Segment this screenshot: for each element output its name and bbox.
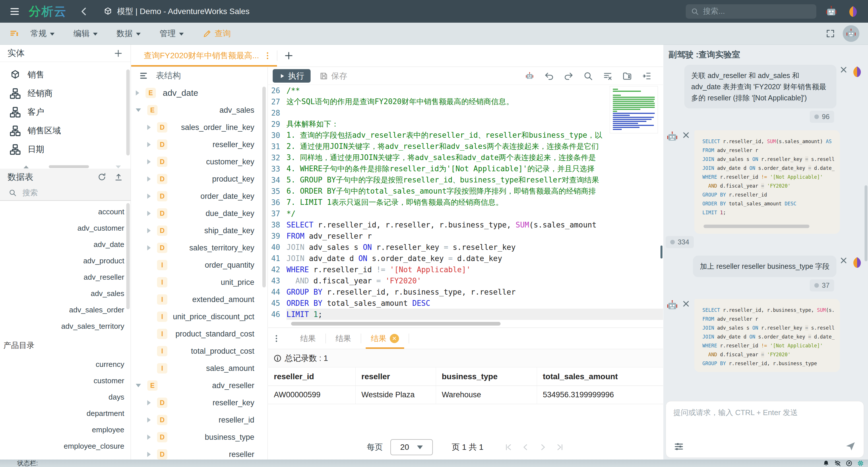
result-tab-1[interactable]: 结果 (326, 328, 361, 349)
editor-line-26[interactable]: 26/** (268, 85, 663, 96)
result-tab-2[interactable]: 结果✕ (361, 328, 409, 349)
tree-node-ship_date_key[interactable]: Dship_date_key (131, 222, 268, 239)
tree-node-sales_order_line_key[interactable]: Dsales_order_line_key (131, 119, 268, 136)
close-tab-icon[interactable]: ✕ (390, 334, 399, 343)
close-icon[interactable] (682, 299, 690, 308)
chevron-right-icon[interactable] (147, 211, 151, 216)
chevron-right-icon[interactable] (147, 228, 151, 233)
chevron-right-icon[interactable] (147, 245, 151, 251)
table-item[interactable]: adv_date (0, 236, 131, 253)
editor-line-38[interactable]: 38SELECT r.reseller_id, r.reseller, r.bu… (268, 219, 663, 230)
editor-line-41[interactable]: 41JOIN adv_date d ON s.order_date_key = … (268, 253, 663, 264)
editor-line-30[interactable]: 301. 查询的字段包括adv_reseller表中的reseller_id、r… (268, 130, 663, 141)
chevron-right-icon[interactable] (147, 142, 151, 147)
upload-icon[interactable] (114, 172, 123, 181)
entities-hscroll[interactable] (3, 165, 128, 169)
tree-node-adv_reseller[interactable]: Eadv_reseller (131, 377, 268, 394)
orange-list-icon[interactable] (9, 29, 20, 38)
chevron-right-icon[interactable] (147, 418, 151, 423)
table-item[interactable]: currency (0, 356, 131, 373)
editor-line-36[interactable]: 367. LIMIT 1表示只返回一条记录，即销售额最高的经销商信息。 (268, 197, 663, 208)
chevron-right-icon[interactable] (147, 400, 151, 405)
snippets-folder-icon[interactable] (622, 71, 632, 81)
chevron-down-icon[interactable] (136, 384, 141, 387)
tree-node-business_type[interactable]: Dbusiness_type (131, 429, 268, 446)
editor-line-27[interactable]: 27这个SQL语句的作用是查询FY2020财年中销售额最高的经销商信息。 (268, 96, 663, 107)
prev-page-icon[interactable] (521, 443, 530, 452)
menu-item-3[interactable]: 管理 (160, 28, 184, 39)
bell-icon[interactable] (823, 460, 830, 467)
result-tab-0[interactable]: 结果 (290, 328, 326, 349)
editor-line-33[interactable]: 334. WHERE子句中的条件是排除reseller_id为'[Not App… (268, 163, 663, 174)
chevron-right-icon[interactable] (147, 435, 151, 440)
chevron-right-icon[interactable] (147, 452, 151, 457)
table-item[interactable]: employee_closure (0, 438, 131, 455)
tree-node-reseller_key[interactable]: Dreseller_key (131, 136, 268, 153)
add-entity-button[interactable] (113, 48, 123, 58)
tree-node-reseller[interactable]: Dreseller (131, 446, 268, 460)
tree-node-sales_amount[interactable]: Isales_amount (131, 360, 268, 377)
table-item[interactable]: adv_customer (0, 220, 131, 236)
tables-scrollbar[interactable] (126, 203, 130, 309)
editor-line-42[interactable]: 42WHERE r.reseller_id != '[Not Applicabl… (268, 264, 663, 275)
results-more-icon[interactable] (272, 334, 281, 343)
table-item[interactable]: account (0, 204, 131, 220)
clear-format-icon[interactable] (603, 71, 613, 81)
redo-icon[interactable] (564, 71, 574, 81)
chevron-right-icon[interactable] (147, 159, 151, 164)
tree-node-unit_price_discount_pct[interactable]: Iunit_price_discount_pct (131, 308, 268, 325)
undo-icon[interactable] (544, 71, 554, 81)
tree-node-adv_sales[interactable]: Eadv_sales (131, 102, 268, 119)
global-search[interactable] (686, 4, 816, 19)
chat-input[interactable]: 提问或请求，输入 CTRL + Enter 发送 (665, 401, 864, 458)
sidebar-entity-2[interactable]: 客户 (0, 103, 131, 121)
chevron-right-icon[interactable] (147, 194, 151, 199)
table-search-input[interactable] (22, 189, 108, 197)
tree-node-customer_key[interactable]: Dcustomer_key (131, 153, 268, 170)
editor-line-34[interactable]: 345. GROUP BY子句中的字段是按照reseller_id、busine… (268, 174, 663, 186)
fullscreen-icon[interactable] (826, 29, 835, 38)
tree-node-order_date_key[interactable]: Dorder_date_key (131, 188, 268, 205)
run-button[interactable]: 执行 (273, 69, 311, 82)
editor-minimap[interactable] (610, 86, 658, 133)
save-button[interactable]: 保存 (319, 71, 347, 81)
global-search-input[interactable] (703, 7, 806, 16)
editor-hscrollbar[interactable] (291, 322, 501, 326)
chat-options-icon[interactable] (673, 441, 684, 452)
editor-line-31[interactable]: 312. 通过使用JOIN关键字，将adv_reseller和adv_sales… (268, 141, 663, 152)
table-item[interactable]: employee (0, 422, 131, 438)
table-item[interactable]: adv_product (0, 253, 131, 269)
chevron-right-icon[interactable] (147, 125, 151, 130)
layers-off-icon[interactable] (834, 460, 841, 467)
sql-code-area[interactable]: 26/**27这个SQL语句的作用是查询FY2020财年中销售额最高的经销商信息… (268, 85, 663, 328)
editor-line-35[interactable]: 356. ORDER BY子句中的total_sales_amount字段按照降… (268, 186, 663, 197)
new-tab-button[interactable] (284, 51, 294, 61)
tree-node-extended_amount[interactable]: Iextended_amount (131, 291, 268, 308)
table-item[interactable]: adv_sales_order (0, 302, 131, 318)
refresh-icon[interactable] (97, 172, 106, 181)
close-icon[interactable] (839, 256, 848, 265)
table-item[interactable]: adv_sales_territory (0, 318, 131, 334)
first-page-icon[interactable] (504, 443, 513, 452)
editor-line-46[interactable]: 46LIMIT 1; (268, 309, 663, 320)
scroll-up-arrow-icon[interactable] (24, 166, 29, 168)
share-circle-icon[interactable] (846, 460, 852, 467)
column-header[interactable]: reseller_id (268, 367, 355, 386)
tab-more-icon[interactable] (263, 52, 272, 60)
chevron-down-icon[interactable] (136, 108, 141, 112)
editor-line-28[interactable]: 28 (268, 107, 663, 119)
close-icon[interactable] (839, 65, 848, 74)
table-item[interactable]: adv_reseller (0, 269, 131, 286)
tree-node-reseller_id[interactable]: Dreseller_id (131, 411, 268, 429)
scroll-down-arrow-icon[interactable] (116, 166, 121, 168)
editor-line-44[interactable]: 44GROUP BY r.reseller_id, r.business_typ… (268, 286, 663, 297)
query-tab[interactable]: 查询FY2020财年中销售额最高... (131, 45, 277, 67)
tree-node-adv_date[interactable]: Eadv_date (131, 84, 268, 102)
editor-line-32[interactable]: 323. 同样地，通过使用JOIN关键字，将adv_sales和adv_date… (268, 152, 663, 163)
sidebar-entity-3[interactable]: 销售区域 (0, 121, 131, 140)
table-item[interactable]: adv_sales (0, 286, 131, 302)
editor-line-29[interactable]: 29具体解释如下： (268, 119, 663, 130)
sidebar-entity-1[interactable]: 经销商 (0, 84, 131, 103)
chevron-right-icon[interactable] (147, 176, 151, 181)
column-header[interactable]: business_type (436, 367, 537, 386)
